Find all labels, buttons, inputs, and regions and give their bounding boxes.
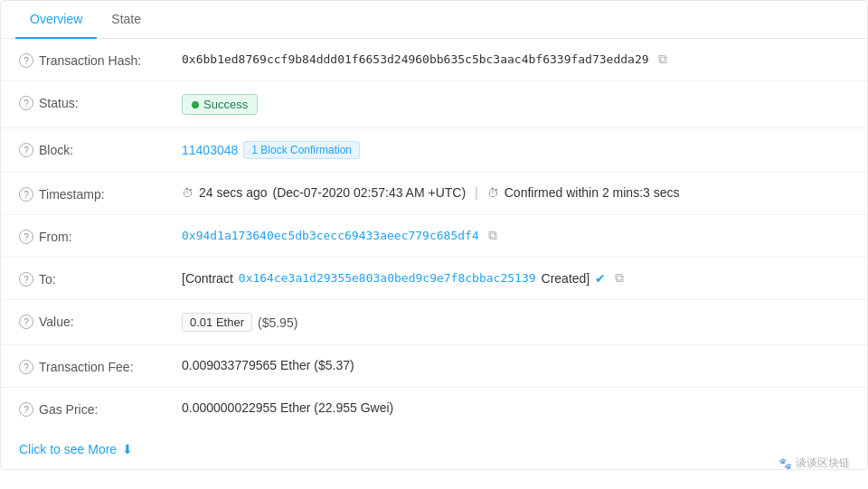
to-value: [Contract 0x164ce3a1d29355e803a0bed9c9e7… (182, 270, 849, 286)
timestamp-row: ? Timestamp: ⏱ 24 secs ago (Dec-07-2020 … (1, 173, 867, 215)
block-label: ? Block: (19, 141, 182, 157)
tab-overview[interactable]: Overview (15, 1, 97, 39)
chevron-down-icon: ⬇ (122, 442, 133, 456)
value-row: ? Value: 0.01 Ether ($5.95) (1, 300, 867, 345)
from-address-link[interactable]: 0x94d1a173640ec5db3cecc69433aeec779c685d… (182, 229, 479, 242)
see-more-label: Click to see More (19, 442, 117, 456)
value-value: 0.01 Ether ($5.95) (182, 313, 849, 332)
tab-bar: Overview State (1, 1, 867, 39)
help-icon-from[interactable]: ? (19, 230, 33, 244)
clock-icon: ⏱ (182, 186, 193, 200)
clock-icon-2: ⏱ (487, 186, 499, 200)
to-row: ? To: [Contract 0x164ce3a1d29355e803a0be… (1, 258, 867, 300)
main-content: ? Transaction Hash: 0x6bb1ed8769ccf9b84d… (1, 39, 867, 429)
block-number-link[interactable]: 11403048 (182, 143, 238, 157)
transaction-hash-row: ? Transaction Hash: 0x6bb1ed8769ccf9b84d… (1, 39, 867, 81)
status-value: Success (182, 94, 849, 115)
block-value: 11403048 1 Block Confirmation (182, 141, 849, 159)
help-icon-tx[interactable]: ? (19, 53, 33, 68)
help-icon-status[interactable]: ? (19, 96, 33, 110)
contract-address-link[interactable]: 0x164ce3a1d29355e803a0bed9c9e7f8cbbac251… (239, 271, 536, 285)
contract-suffix: Created] (542, 271, 590, 286)
status-badge: Success (182, 94, 258, 115)
verified-icon: ✔ (595, 271, 606, 286)
fee-amount: 0.009033779565 Ether ($5.37) (182, 358, 354, 372)
copy-contract-icon[interactable]: ⧉ (615, 270, 624, 286)
watermark: 🐾 谈谈区块链 (778, 456, 850, 470)
help-icon-timestamp[interactable]: ? (19, 187, 33, 202)
tx-hash-text: 0x6bb1ed8769ccf9b84ddd01f6653d24960bb635… (182, 52, 649, 66)
timestamp-date: (Dec-07-2020 02:57:43 AM +UTC) (273, 185, 467, 200)
tab-state[interactable]: State (97, 1, 156, 39)
gas-price-label: ? Gas Price: (19, 400, 182, 417)
value-label: ? Value: (19, 313, 182, 329)
block-row: ? Block: 11403048 1 Block Confirmation (1, 128, 867, 173)
watermark-icon: 🐾 (778, 457, 792, 470)
watermark-text: 谈谈区块链 (796, 456, 850, 470)
ether-amount-box: 0.01 Ether (182, 313, 252, 332)
confirmation-badge: 1 Block Confirmation (243, 141, 360, 159)
success-dot-icon (192, 101, 199, 108)
gas-price-amount: 0.000000022955 Ether (22.955 Gwei) (182, 400, 393, 415)
from-label: ? From: (19, 228, 182, 244)
from-value: 0x94d1a173640ec5db3cecc69433aeec779c685d… (182, 228, 849, 243)
gas-price-row: ? Gas Price: 0.000000022955 Ether (22.95… (1, 388, 867, 429)
help-icon-value[interactable]: ? (19, 315, 33, 329)
transaction-hash-value: 0x6bb1ed8769ccf9b84ddd01f6653d24960bb635… (182, 52, 849, 67)
tx-fee-label: ? Transaction Fee: (19, 358, 182, 374)
help-icon-block[interactable]: ? (19, 143, 33, 157)
to-label: ? To: (19, 270, 182, 287)
see-more-button[interactable]: Click to see More ⬇ (1, 429, 867, 469)
help-icon-to[interactable]: ? (19, 272, 33, 287)
copy-tx-hash-icon[interactable]: ⧉ (658, 52, 667, 67)
tx-fee-row: ? Transaction Fee: 0.009033779565 Ether … (1, 345, 867, 388)
from-row: ? From: 0x94d1a173640ec5db3cecc69433aeec… (1, 215, 867, 258)
help-icon-fee[interactable]: ? (19, 360, 33, 374)
copy-from-icon[interactable]: ⧉ (488, 228, 497, 243)
time-ago: 24 secs ago (199, 185, 268, 200)
status-label: ? Status: (19, 94, 182, 110)
timestamp-divider: | (475, 185, 478, 200)
status-row: ? Status: Success (1, 81, 867, 128)
contract-prefix: [Contract (182, 271, 233, 286)
confirmation-time: Confirmed within 2 mins:3 secs (505, 185, 680, 200)
tx-fee-value: 0.009033779565 Ether ($5.37) (182, 358, 849, 372)
timestamp-label: ? Timestamp: (19, 185, 182, 202)
usd-value: ($5.95) (258, 315, 297, 330)
timestamp-value: ⏱ 24 secs ago (Dec-07-2020 02:57:43 AM +… (182, 185, 849, 200)
help-icon-gas[interactable]: ? (19, 402, 33, 417)
gas-price-value: 0.000000022955 Ether (22.955 Gwei) (182, 400, 849, 415)
transaction-hash-label: ? Transaction Hash: (19, 52, 182, 68)
